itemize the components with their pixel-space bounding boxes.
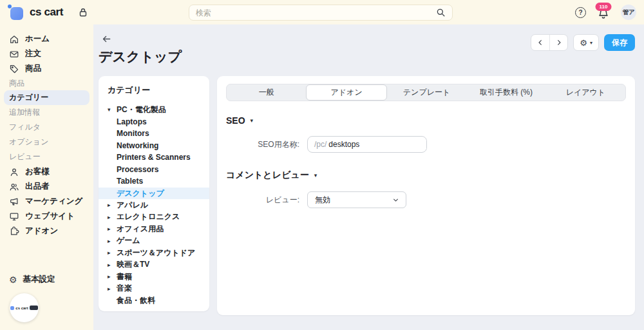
cs-cart-footer-badge[interactable]: cs cart: [10, 293, 39, 322]
notification-badge: 110: [596, 3, 612, 11]
next-item-button[interactable]: [549, 35, 567, 50]
sidebar-item-products[interactable]: 商品: [0, 61, 93, 76]
tree-node-printers-scanners[interactable]: Printers & Scanners: [99, 151, 209, 164]
settings-dropdown-button[interactable]: ⚙ ▾: [573, 34, 599, 51]
tree-node-tablets[interactable]: Tablets: [99, 175, 209, 188]
tree-node-label: 映画＆TV: [117, 259, 149, 270]
puzzle-icon: [9, 226, 19, 237]
categories-tree-panel: カテゴリー ▾ PC・電化製品 Laptops Monitors Network…: [99, 76, 209, 311]
tree-node-office-supplies[interactable]: ▸オフィス用品: [99, 223, 209, 235]
tree-node-label: 書籍: [117, 271, 132, 282]
sidebar-item-settings[interactable]: ⚙ 基本設定: [0, 272, 93, 287]
tree-node-pc-electronics[interactable]: ▾ PC・電化製品: [99, 104, 209, 116]
sidebar-item-label: ホーム: [25, 34, 50, 44]
sidebar-item-label: ウェブサイト: [25, 211, 75, 222]
sidebar-item-label: 出品者: [25, 181, 50, 192]
reviews-section-title: コメントとレビュー: [226, 170, 309, 181]
tree-node-food-beverages[interactable]: 食品・飲料: [99, 295, 209, 307]
users-icon: [9, 182, 19, 192]
tab-transaction-fee[interactable]: 取引手数料 (%): [466, 84, 545, 101]
tree-node-games[interactable]: ▸ゲーム: [99, 235, 209, 248]
caret-right-icon: ▸: [108, 273, 113, 280]
tab-addons[interactable]: アドオン: [306, 84, 386, 101]
previous-item-button[interactable]: [531, 35, 549, 50]
reviews-select[interactable]: 無効: [307, 191, 406, 208]
seo-section-title: SEO: [226, 115, 245, 126]
tree-node-electronics[interactable]: ▸エレクトロニクス: [99, 211, 209, 224]
sidebar-item-categories[interactable]: カテゴリー: [4, 90, 90, 105]
reviews-section-header[interactable]: コメントとレビュー ▾: [226, 170, 626, 181]
tree-node-desktop-active[interactable]: デスクトップ: [99, 188, 209, 200]
home-icon: [9, 34, 19, 44]
prev-next-group: [531, 34, 568, 51]
chevron-down-icon: [392, 196, 400, 204]
user-avatar[interactable]: 管ア: [621, 5, 636, 20]
lock-icon[interactable]: [77, 6, 89, 18]
tree-node-sports-outdoors[interactable]: ▸スポーツ＆アウトドア: [99, 247, 209, 259]
caret-down-icon: ▾: [108, 106, 113, 113]
back-arrow-icon[interactable]: [101, 34, 112, 44]
footer-logo-text: cs cart: [15, 306, 28, 310]
megaphone-icon: [9, 197, 19, 207]
tree-panel-title: カテゴリー: [99, 84, 209, 96]
search-input[interactable]: [189, 8, 435, 17]
tree-node-books[interactable]: ▸書籍: [99, 271, 209, 283]
sidebar-item-website[interactable]: ウェブサイト: [0, 209, 93, 224]
sidebar-item-label: 基本設定: [23, 274, 55, 285]
caret-right-icon: ▸: [108, 214, 113, 220]
seo-name-input[interactable]: [328, 140, 426, 149]
seo-section-header[interactable]: SEO ▾: [226, 115, 626, 126]
cs-cart-logo[interactable]: cs cart: [8, 5, 63, 20]
caret-right-icon: ▸: [108, 249, 113, 256]
sidebar-item-filters[interactable]: フィルタ: [0, 120, 93, 135]
gear-icon: ⚙: [580, 39, 587, 47]
tree-node-music[interactable]: ▸音楽: [99, 283, 209, 295]
tree-node-label: 音楽: [117, 283, 132, 294]
reviews-selected-value: 無効: [315, 195, 330, 206]
tab-templates[interactable]: テンプレート: [387, 84, 466, 101]
tree-node-processors[interactable]: Processors: [99, 164, 209, 176]
caret-down-icon: ▾: [314, 172, 317, 179]
sidebar-item-features[interactable]: 追加情報: [0, 105, 93, 120]
global-search: [189, 5, 453, 21]
caret-down-icon: ▾: [251, 117, 254, 124]
tree-node-movies-tv[interactable]: ▸映画＆TV: [99, 259, 209, 271]
tree-node-label: ゲーム: [117, 235, 140, 246]
tree-node-apparel[interactable]: ▸アパレル: [99, 199, 209, 211]
tree-node-label: PC・電化製品: [117, 104, 166, 115]
help-icon[interactable]: ?: [575, 7, 586, 18]
seo-name-field: /pc/: [307, 136, 427, 153]
tree-node-networking[interactable]: Networking: [99, 140, 209, 152]
tree-node-monitors[interactable]: Monitors: [99, 128, 209, 140]
tab-general[interactable]: 一般: [227, 84, 306, 101]
footer-version-pill: [30, 306, 38, 310]
caret-right-icon: ▸: [108, 286, 113, 292]
sidebar-item-reviews[interactable]: レビュー: [0, 150, 93, 164]
tree-node-label: オフィス用品: [117, 224, 164, 235]
save-button[interactable]: 保存: [604, 34, 635, 51]
search-icon[interactable]: [435, 7, 446, 18]
monitor-icon: [9, 211, 19, 222]
sidebar-item-options[interactable]: オプション: [0, 135, 93, 150]
sidebar-item-marketing[interactable]: マーケティング: [0, 194, 93, 209]
sidebar: ホーム 注文 商品 商品 カテゴリー 追加情報 フィルタ オプション レビュー …: [0, 24, 93, 330]
mail-icon: [9, 49, 19, 59]
gear-icon: ⚙: [9, 275, 17, 284]
sidebar-item-label: お客様: [25, 166, 50, 177]
tab-layout[interactable]: レイアウト: [546, 84, 625, 101]
chevron-down-icon: ▾: [590, 40, 592, 46]
sidebar-item-addons[interactable]: アドオン: [0, 224, 93, 238]
sidebar-item-vendors[interactable]: 出品者: [0, 179, 93, 194]
tree-node-label: エレクトロニクス: [117, 211, 180, 222]
sidebar-item-home[interactable]: ホーム: [0, 32, 93, 46]
brand-icon: [8, 5, 24, 20]
category-detail-panel: 一般 アドオン テンプレート 取引手数料 (%) レイアウト SEO ▾ SEO…: [217, 76, 635, 315]
user-icon: [9, 167, 19, 177]
notifications-bell[interactable]: 110: [597, 7, 610, 21]
sidebar-item-customers[interactable]: お客様: [0, 164, 93, 179]
reviews-label: レビュー:: [226, 195, 299, 206]
tree-node-laptops[interactable]: Laptops: [99, 116, 209, 128]
sidebar-item-orders[interactable]: 注文: [0, 46, 93, 61]
tag-icon: [9, 64, 19, 74]
main-area: デスクトップ ⚙ ▾ 保存 カテゴリー ▾ PC・電化製品 Laptops Mo…: [93, 24, 644, 330]
